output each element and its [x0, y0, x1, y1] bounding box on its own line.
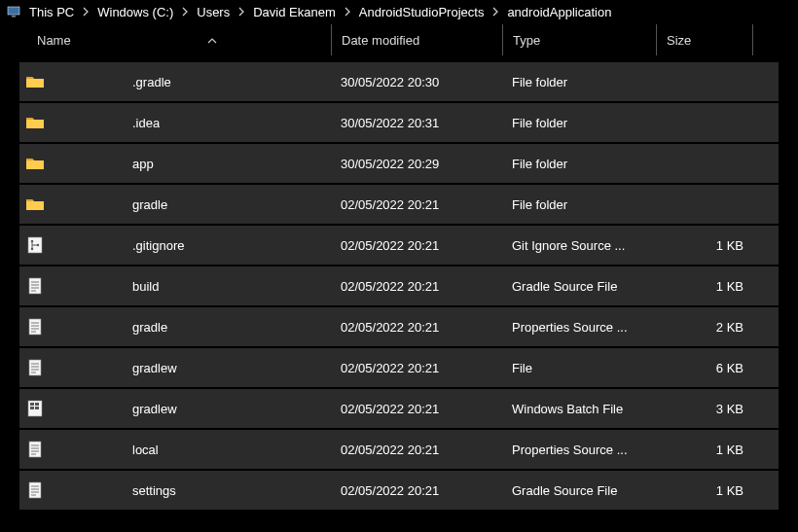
svg-rect-24 [30, 407, 34, 409]
table-row[interactable]: gradle02/05/2022 20:21File folder [19, 185, 779, 224]
svg-rect-11 [29, 319, 41, 335]
file-size: 2 KB [716, 320, 744, 335]
table-row[interactable]: local02/05/2022 20:21Properties Source .… [19, 430, 779, 469]
column-header-label: Date modified [342, 33, 419, 48]
file-name: gradlew [132, 402, 177, 416]
file-size: 1 KB [716, 443, 744, 457]
file-date: 30/05/2022 20:29 [341, 157, 439, 171]
svg-rect-0 [8, 7, 19, 15]
file-size: 1 KB [716, 279, 744, 294]
breadcrumb-item[interactable]: Windows (C:) [93, 3, 177, 21]
chevron-right-icon[interactable] [234, 7, 249, 17]
sort-asc-icon [207, 34, 217, 46]
file-size: 1 KB [716, 238, 744, 253]
column-header-type[interactable]: Type [502, 24, 656, 55]
file-date: 02/05/2022 20:21 [341, 483, 439, 498]
file-icon [25, 480, 45, 500]
breadcrumb-item[interactable]: AndroidStudioProjects [355, 3, 489, 21]
svg-rect-25 [35, 407, 39, 409]
column-header-name[interactable]: Name [19, 24, 331, 55]
file-type: File folder [512, 75, 567, 89]
table-row[interactable]: settings02/05/2022 20:21Gradle Source Fi… [19, 471, 779, 510]
column-header-label: Name [37, 33, 71, 48]
file-name: .idea [132, 116, 160, 130]
file-name: gradlew [132, 361, 177, 375]
pc-icon [6, 4, 21, 19]
file-name: gradle [132, 197, 167, 212]
table-row[interactable]: gradlew02/05/2022 20:21File6 KB [19, 348, 779, 387]
file-date: 02/05/2022 20:21 [341, 238, 439, 253]
file-date: 02/05/2022 20:21 [341, 197, 439, 212]
chevron-right-icon[interactable] [177, 7, 193, 17]
bat-icon [25, 399, 45, 418]
svg-rect-1 [12, 16, 16, 18]
file-name: .gitignore [132, 238, 184, 253]
file-icon [25, 276, 45, 296]
chevron-right-icon[interactable] [488, 7, 503, 17]
file-list: .gradle30/05/2022 20:30File folder.idea3… [0, 56, 798, 510]
svg-rect-16 [29, 360, 41, 375]
file-size: 3 KB [716, 402, 744, 416]
file-size: 1 KB [716, 483, 744, 498]
folder-icon [25, 195, 45, 214]
svg-rect-6 [29, 278, 41, 294]
file-date: 02/05/2022 20:21 [341, 402, 439, 416]
git-icon [25, 235, 45, 255]
table-row[interactable]: .gradle30/05/2022 20:30File folder [19, 62, 779, 101]
file-name: local [132, 443, 159, 457]
file-date: 02/05/2022 20:21 [341, 320, 439, 335]
column-header-label: Size [667, 33, 691, 48]
file-date: 02/05/2022 20:21 [341, 279, 439, 294]
file-name: gradle [132, 320, 167, 335]
file-type: File folder [512, 157, 567, 171]
breadcrumb-item[interactable]: Users [193, 3, 234, 21]
column-header-label: Type [513, 33, 540, 48]
column-header-date[interactable]: Date modified [331, 24, 502, 55]
file-type: Gradle Source File [512, 483, 617, 498]
file-icon [25, 317, 45, 337]
svg-rect-23 [35, 403, 39, 406]
breadcrumb-item[interactable]: This PC [25, 3, 78, 21]
file-date: 30/05/2022 20:31 [341, 116, 439, 130]
file-date: 02/05/2022 20:21 [341, 443, 439, 457]
file-icon [25, 440, 45, 459]
file-type: Gradle Source File [512, 279, 617, 294]
table-row[interactable]: app30/05/2022 20:29File folder [19, 144, 779, 183]
table-row[interactable]: build02/05/2022 20:21Gradle Source File1… [19, 266, 779, 305]
file-name: build [132, 279, 159, 294]
folder-icon [25, 113, 45, 132]
column-headers: Name Date modified Type Size [0, 23, 798, 56]
table-row[interactable]: .gitignore02/05/2022 20:21Git Ignore Sou… [19, 226, 779, 265]
chevron-right-icon[interactable] [340, 7, 355, 17]
file-date: 30/05/2022 20:30 [341, 75, 439, 89]
svg-rect-26 [29, 442, 41, 457]
table-row[interactable]: .idea30/05/2022 20:31File folder [19, 103, 779, 142]
file-type: File folder [512, 116, 567, 130]
file-type: File [512, 361, 532, 375]
file-type: File folder [512, 197, 567, 212]
file-name: .gradle [132, 75, 171, 89]
file-name: settings [132, 483, 176, 498]
file-type: Windows Batch File [512, 402, 623, 416]
column-header-size[interactable]: Size [656, 24, 753, 55]
breadcrumb: This PC Windows (C:) Users David Ekanem … [0, 0, 798, 23]
breadcrumb-item[interactable]: David Ekanem [249, 3, 340, 21]
folder-icon [25, 72, 45, 91]
file-name: app [132, 157, 154, 171]
file-type: Properties Source ... [512, 443, 628, 457]
breadcrumb-item[interactable]: androidApplication [503, 3, 615, 21]
file-size: 6 KB [716, 361, 744, 375]
folder-icon [25, 154, 45, 173]
file-date: 02/05/2022 20:21 [341, 361, 439, 375]
file-type: Git Ignore Source ... [512, 238, 625, 253]
file-icon [25, 358, 45, 377]
file-type: Properties Source ... [512, 320, 628, 335]
chevron-right-icon[interactable] [78, 7, 93, 17]
svg-rect-31 [29, 482, 41, 498]
table-row[interactable]: gradle02/05/2022 20:21Properties Source … [19, 307, 779, 346]
table-row[interactable]: gradlew02/05/2022 20:21Windows Batch Fil… [19, 389, 779, 428]
svg-rect-22 [30, 403, 34, 406]
